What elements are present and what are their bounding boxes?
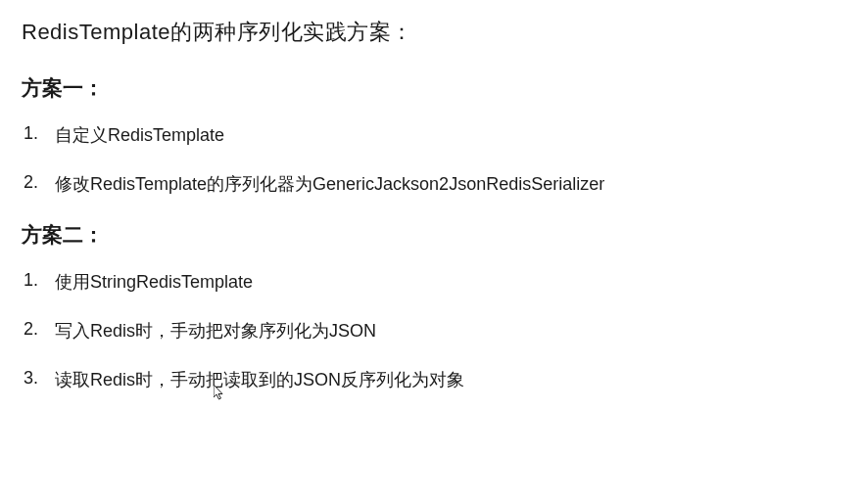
list-item: 1. 使用StringRedisTemplate [22,270,842,294]
list-text: 读取Redis时，手动把读取到的JSON反序列化为对象 [55,368,842,391]
list-text: 修改RedisTemplate的序列化器为GenericJackson2Json… [55,172,842,196]
section-heading: 方案二： [22,221,842,249]
section-heading: 方案一： [22,74,842,102]
list-item: 1. 自定义RedisTemplate [22,123,842,147]
list-item: 3. 读取Redis时，手动把读取到的JSON反序列化为对象 [22,368,842,391]
list-text: 自定义RedisTemplate [55,123,842,147]
list-number: 3. [22,368,55,389]
list-number: 2. [22,319,55,340]
ordered-list: 1. 自定义RedisTemplate 2. 修改RedisTemplate的序… [22,123,842,196]
section-scheme-two: 方案二： 1. 使用StringRedisTemplate 2. 写入Redis… [22,221,842,391]
list-number: 1. [22,123,55,144]
list-item: 2. 修改RedisTemplate的序列化器为GenericJackson2J… [22,172,842,196]
list-text: 使用StringRedisTemplate [55,270,842,294]
section-scheme-one: 方案一： 1. 自定义RedisTemplate 2. 修改RedisTempl… [22,74,842,196]
list-number: 2. [22,172,55,193]
ordered-list: 1. 使用StringRedisTemplate 2. 写入Redis时，手动把… [22,270,842,391]
list-text: 写入Redis时，手动把对象序列化为JSON [55,319,842,343]
list-item: 2. 写入Redis时，手动把对象序列化为JSON [22,319,842,343]
document-title: RedisTemplate的两种序列化实践方案： [22,18,842,47]
list-number: 1. [22,270,55,291]
